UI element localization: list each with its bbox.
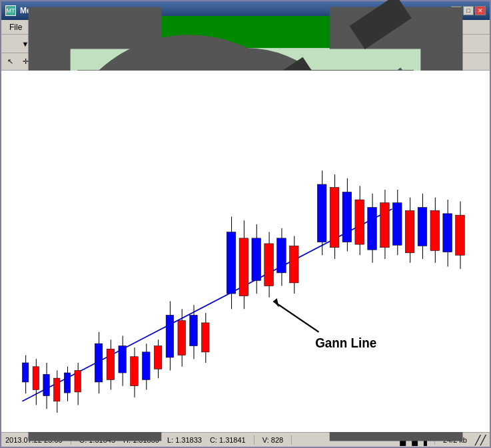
svg-rect-98 xyxy=(380,203,390,248)
svg-rect-108 xyxy=(443,214,452,252)
chart-area[interactable]: Gann Line xyxy=(1,71,490,432)
svg-rect-76 xyxy=(227,232,236,294)
svg-rect-68 xyxy=(166,315,174,357)
svg-rect-102 xyxy=(405,210,414,253)
svg-rect-66 xyxy=(154,346,162,369)
svg-rect-54 xyxy=(75,371,81,392)
svg-rect-88 xyxy=(317,184,326,242)
svg-rect-50 xyxy=(54,378,60,401)
svg-rect-74 xyxy=(202,323,210,352)
svg-rect-48 xyxy=(43,374,49,395)
svg-rect-106 xyxy=(430,210,440,250)
fibonacci-tool[interactable] xyxy=(103,55,117,69)
svg-rect-94 xyxy=(355,200,364,244)
svg-text:Gann Line: Gann Line xyxy=(315,335,376,350)
svg-rect-110 xyxy=(456,215,465,255)
svg-rect-52 xyxy=(64,373,70,393)
svg-rect-100 xyxy=(392,203,402,246)
svg-rect-80 xyxy=(252,238,261,281)
svg-rect-64 xyxy=(143,352,151,380)
toolbar-drawing: ↖ ✛ | — ╱ A T ⬆ M1 M5 M15 M30 H1 H4 D1 W… xyxy=(1,53,490,71)
svg-rect-92 xyxy=(342,192,352,242)
candlestick-chart: Gann Line xyxy=(1,71,490,432)
main-window: MT MetaTrader 4 ─ □ ✕ File View Insert C… xyxy=(0,0,491,448)
svg-rect-96 xyxy=(368,208,377,250)
svg-rect-58 xyxy=(107,349,115,379)
svg-rect-70 xyxy=(178,320,186,355)
svg-rect-62 xyxy=(131,357,139,386)
svg-rect-46 xyxy=(33,367,39,390)
svg-rect-56 xyxy=(95,343,103,382)
svg-rect-78 xyxy=(239,238,248,296)
svg-rect-84 xyxy=(277,238,286,273)
svg-rect-72 xyxy=(190,315,198,345)
svg-rect-90 xyxy=(330,188,339,248)
svg-rect-104 xyxy=(418,208,427,246)
svg-rect-60 xyxy=(119,346,127,373)
svg-rect-82 xyxy=(264,244,274,286)
svg-rect-44 xyxy=(22,363,28,382)
svg-rect-86 xyxy=(289,246,298,282)
